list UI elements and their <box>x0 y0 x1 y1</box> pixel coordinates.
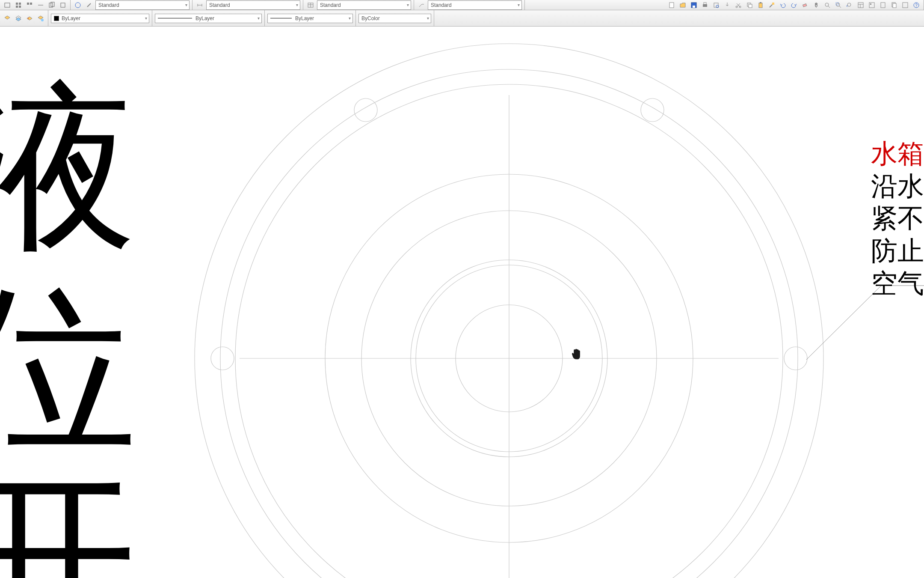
svg-rect-12 <box>669 3 674 8</box>
layer-color-dropdown[interactable]: ByLayer <box>51 14 149 23</box>
paste-icon[interactable] <box>755 0 766 10</box>
svg-rect-16 <box>704 3 706 4</box>
open-icon[interactable] <box>677 0 688 10</box>
svg-rect-3 <box>16 6 18 8</box>
dropdown-label: ByLayer <box>195 15 214 21</box>
table-style-dropdown[interactable]: Standard <box>317 0 411 10</box>
zoom-previous-icon[interactable] <box>844 0 855 10</box>
lineweight-dropdown[interactable]: ByLayer <box>267 14 353 23</box>
svg-rect-32 <box>869 3 874 8</box>
help-icon[interactable]: ? <box>911 0 922 10</box>
title-text: 液 位 开 <box>0 69 133 578</box>
svg-rect-1 <box>16 3 18 5</box>
svg-point-54 <box>641 98 664 122</box>
svg-point-28 <box>836 3 840 6</box>
title-char-1: 液 <box>0 69 133 271</box>
svg-rect-34 <box>881 3 885 8</box>
svg-point-53 <box>354 98 377 122</box>
linetype-dropdown[interactable]: ByLayer <box>155 14 262 23</box>
toolbar-button[interactable] <box>2 0 13 10</box>
line-sample-icon <box>158 18 192 18</box>
copy-icon[interactable] <box>744 0 755 10</box>
plot-style-dropdown[interactable]: ByColor <box>358 14 431 23</box>
zoom-icon[interactable] <box>822 0 833 10</box>
dimension-style-icon[interactable] <box>194 0 205 10</box>
layer-states-icon[interactable] <box>13 14 24 23</box>
svg-point-27 <box>825 3 829 6</box>
layer-button[interactable] <box>2 14 13 23</box>
dropdown-label: ByLayer <box>62 15 80 21</box>
svg-rect-23 <box>759 3 762 8</box>
svg-rect-25 <box>772 3 774 5</box>
dropdown-label: Standard <box>98 2 119 8</box>
toolbar-button[interactable] <box>72 0 83 10</box>
svg-text:?: ? <box>915 3 918 8</box>
dropdown-label: Standard <box>431 2 452 8</box>
layer-manage-icon[interactable] <box>35 14 46 23</box>
format-brush-icon[interactable] <box>83 0 95 10</box>
svg-point-10 <box>75 3 80 8</box>
annotation-line-4: 防止 <box>871 235 924 268</box>
svg-rect-0 <box>5 3 10 7</box>
zoom-window-icon[interactable] <box>833 0 844 10</box>
annotation-line-2: 沿水 <box>871 170 924 203</box>
mleader-style-icon[interactable] <box>416 0 427 10</box>
dropdown-label: ByLayer <box>295 15 314 21</box>
cut-icon[interactable] <box>733 0 744 10</box>
text-style-dropdown[interactable]: Standard <box>95 0 190 10</box>
svg-rect-24 <box>760 2 761 3</box>
svg-point-51 <box>784 347 807 370</box>
svg-point-52 <box>211 347 234 370</box>
line-sample-icon <box>270 18 292 18</box>
properties-icon[interactable] <box>855 0 866 10</box>
tool-palettes-icon[interactable] <box>877 0 888 10</box>
erase-icon[interactable] <box>800 0 811 10</box>
svg-rect-2 <box>19 3 21 5</box>
markup-icon[interactable] <box>900 0 911 10</box>
toolbar-button[interactable] <box>13 0 24 10</box>
design-center-icon[interactable] <box>866 0 877 10</box>
svg-rect-14 <box>693 6 695 8</box>
layer-prev-icon[interactable] <box>24 14 35 23</box>
toolbar-button[interactable] <box>24 0 35 10</box>
toolbar-row-2: ByLayer ByLayer ByLayer ByColor <box>0 10 924 27</box>
cad-geometry <box>0 27 924 578</box>
title-char-3: 开 <box>0 459 133 578</box>
dim-style-dropdown[interactable]: Standard <box>206 0 300 10</box>
svg-rect-36 <box>893 3 896 8</box>
svg-rect-15 <box>703 4 707 7</box>
color-swatch-icon <box>54 16 59 21</box>
annotation-line-1: 水箱 <box>871 138 924 170</box>
match-prop-icon[interactable] <box>766 0 777 10</box>
redo-icon[interactable] <box>788 0 800 10</box>
annotation-text: 水箱 沿水 紧不 防止 空气 <box>871 138 924 300</box>
svg-rect-37 <box>903 3 908 8</box>
svg-rect-26 <box>803 3 807 6</box>
save-icon[interactable] <box>688 0 699 10</box>
toolbar-button[interactable] <box>46 0 57 10</box>
svg-rect-4 <box>19 6 21 8</box>
drawing-canvas[interactable]: 液 位 开 水箱 沿水 紧不 防止 空气 <box>0 27 924 578</box>
svg-point-30 <box>847 3 851 6</box>
new-icon[interactable] <box>666 0 677 10</box>
svg-rect-9 <box>61 3 65 7</box>
toolbar-button[interactable] <box>35 0 46 10</box>
svg-rect-6 <box>30 3 32 5</box>
sheet-set-icon[interactable] <box>888 0 900 10</box>
table-style-icon[interactable] <box>305 0 316 10</box>
annotation-line-5: 空气 <box>871 268 924 300</box>
pan-icon[interactable] <box>811 0 822 10</box>
mleader-style-dropdown[interactable]: Standard <box>428 0 522 10</box>
title-char-2: 位 <box>0 271 133 472</box>
publish-icon[interactable] <box>722 0 733 10</box>
print-icon[interactable] <box>699 0 711 10</box>
dropdown-label: Standard <box>320 2 341 8</box>
svg-rect-22 <box>749 4 752 8</box>
toolbar-row-1: Standard Standard Standard Standard <box>0 0 924 10</box>
svg-rect-31 <box>858 3 863 8</box>
print-preview-icon[interactable] <box>711 0 722 10</box>
toolbar-button[interactable] <box>57 0 68 10</box>
svg-point-40 <box>41 19 44 21</box>
svg-rect-5 <box>27 3 29 5</box>
undo-icon[interactable] <box>777 0 788 10</box>
